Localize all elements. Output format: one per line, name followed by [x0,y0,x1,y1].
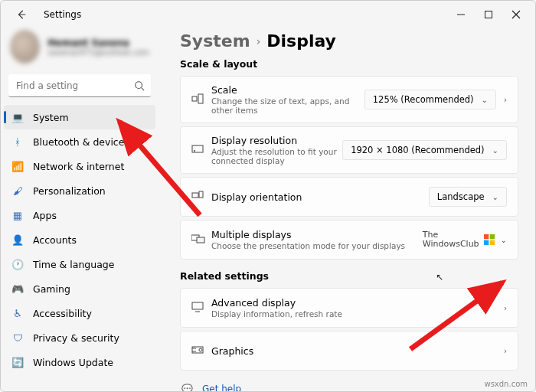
card-title: Advanced display [211,297,504,309]
person-icon: 👤 [11,234,24,246]
sidebar-item-label: Bluetooth & devices [33,136,129,148]
card-title: Multiple displays [211,229,423,240]
windows-logo-icon [484,234,495,245]
card-title: Scale [211,84,364,96]
card-resolution[interactable]: Display resolution Adjust the resolution… [180,126,518,174]
accessibility-icon: ♿ [11,308,24,319]
user-name: Hemant Saxena [47,38,149,48]
watermark: The WindowsClub [423,230,495,249]
user-email: saxena2471@outlook.com [47,48,149,57]
sidebar-item-time-language[interactable]: 🕐Time & language [4,252,155,276]
card-graphics[interactable]: Graphics › [180,331,518,371]
sidebar-item-apps[interactable]: ▦Apps [4,203,155,227]
svg-rect-20 [192,347,203,353]
maximize-button[interactable] [483,9,494,20]
bluetooth-icon: ᚼ [11,136,24,148]
sidebar-item-windows-update[interactable]: 🔄Windows Update [4,350,155,374]
svg-point-9 [194,150,195,152]
mouse-cursor: ↖ [436,272,443,283]
section-related: Related settings [180,270,518,282]
sidebar-item-network[interactable]: 📶Network & internet [4,154,155,178]
scale-icon [191,93,211,107]
card-scale[interactable]: Scale Change the size of text, apps, and… [180,76,518,123]
clock-icon: 🕐 [11,259,24,270]
card-multiple-displays[interactable]: Multiple displays Choose the presentatio… [180,220,518,260]
system-icon: 💻 [11,112,24,123]
get-help-link[interactable]: 💬Get help [180,380,518,391]
section-scale-layout: Scale & layout [180,58,518,70]
breadcrumb: System › Display [180,31,518,51]
avatar [10,30,40,64]
chevron-down-icon: ⌄ [492,146,498,155]
help-icon: 💬 [181,384,193,391]
svg-rect-14 [484,234,489,239]
footer-source: wsxdn.com [484,380,528,388]
user-profile[interactable]: Hemant Saxena saxena2471@outlook.com [4,28,155,71]
card-title: Display resolution [211,135,342,146]
monitor-icon [191,302,211,315]
window-title: Settings [31,9,456,20]
minimize-button[interactable] [456,9,466,20]
card-subtitle: Display information, refresh rate [211,309,504,318]
shield-icon: 🛡 [11,332,24,344]
svg-rect-11 [199,191,203,198]
gaming-icon: 🎮 [11,283,24,295]
chevron-right-icon[interactable]: › [504,96,507,104]
sidebar-item-label: Windows Update [33,357,113,368]
sidebar-item-label: Privacy & security [33,332,119,344]
wifi-icon: 📶 [11,161,24,172]
chevron-right-icon: › [504,347,507,355]
page-title: Display [266,31,336,51]
orientation-icon [191,190,211,204]
sidebar-item-accessibility[interactable]: ♿Accessibility [4,301,155,325]
sidebar-item-label: System [33,112,69,123]
orientation-dropdown[interactable]: Landscape⌄ [429,187,507,207]
update-icon: 🔄 [11,357,24,368]
chevron-down-icon: ⌄ [482,96,488,104]
sidebar-item-label: Network & internet [33,161,124,172]
sidebar-item-privacy[interactable]: 🛡Privacy & security [4,325,155,350]
sidebar-item-system[interactable]: 💻System [4,105,155,129]
card-subtitle: Change the size of text, apps, and other… [211,96,364,115]
card-orientation[interactable]: Display orientation Landscape⌄ [180,177,518,217]
card-title: Graphics [211,345,504,357]
svg-rect-17 [489,240,494,245]
chevron-down-icon[interactable]: ⌄ [501,236,507,244]
card-subtitle: Choose the presentation mode for your di… [211,241,423,250]
card-advanced-display[interactable]: Advanced display Display information, re… [180,288,518,328]
svg-rect-18 [192,302,203,309]
svg-rect-16 [484,240,489,245]
sidebar-item-label: Accessibility [33,308,92,319]
close-button[interactable] [511,9,521,20]
search-icon [134,80,145,94]
graphics-icon [191,345,211,358]
scale-dropdown[interactable]: 125% (Recommended)⌄ [364,90,496,109]
card-subtitle: Adjust the resolution to fit your connec… [211,147,342,165]
chevron-down-icon: ⌄ [492,193,498,201]
sidebar-item-label: Apps [33,210,57,221]
sidebar-item-accounts[interactable]: 👤Accounts [4,227,155,252]
resolution-dropdown[interactable]: 1920 × 1080 (Recommended)⌄ [342,140,507,160]
svg-line-5 [142,88,145,91]
svg-rect-7 [198,94,203,103]
sidebar-item-personalization[interactable]: 🖌Personalization [4,178,155,203]
sidebar-item-bluetooth[interactable]: ᚼBluetooth & devices [4,129,155,154]
apps-icon: ▦ [11,210,24,221]
paint-icon: 🖌 [11,185,24,197]
sidebar-item-label: Personalization [33,185,106,197]
breadcrumb-parent[interactable]: System [180,31,250,51]
svg-rect-1 [485,11,492,18]
multi-display-icon [191,234,211,247]
svg-point-21 [199,348,202,351]
card-title: Display orientation [211,191,429,203]
back-button[interactable] [11,5,31,24]
search-input[interactable] [8,74,151,97]
svg-rect-15 [489,234,494,239]
sidebar-item-label: Time & language [33,259,114,270]
sidebar-item-label: Gaming [33,283,70,295]
search-box[interactable] [8,74,151,97]
resolution-icon [191,143,211,158]
sidebar-item-gaming[interactable]: 🎮Gaming [4,276,155,301]
chevron-right-icon: › [504,304,507,312]
svg-rect-6 [192,96,197,101]
